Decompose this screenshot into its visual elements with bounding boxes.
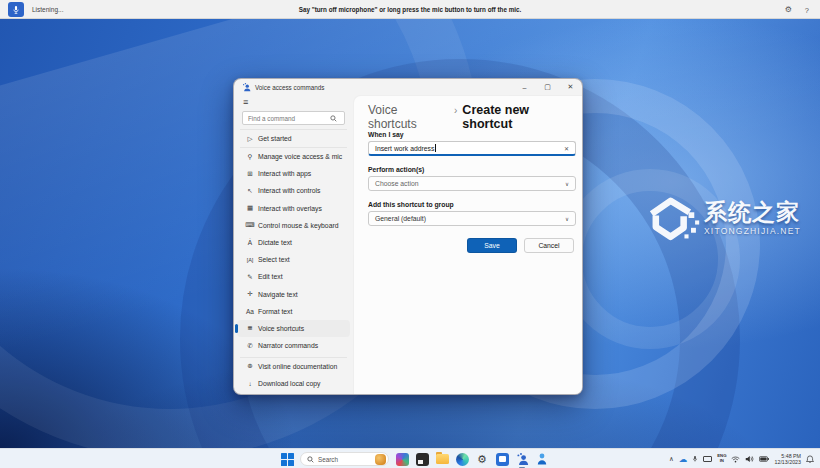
close-button[interactable]: ✕: [559, 79, 582, 95]
maximize-button[interactable]: ▢: [536, 79, 559, 95]
notification-bell-icon[interactable]: [806, 455, 814, 464]
edit-pencil-icon: ✎: [242, 273, 258, 281]
language-indicator[interactable]: ENG IN: [717, 454, 726, 464]
window-titlebar[interactable]: Voice access commands – ▢ ✕: [234, 79, 582, 95]
watermark-title: 系统之家: [704, 200, 801, 224]
sidebar-item-interact-with-overlays[interactable]: ▦ Interact with overlays: [237, 200, 350, 217]
play-icon: ▷: [242, 135, 258, 143]
tray-date: 12/13/2023: [774, 459, 801, 465]
search-highlights-icon[interactable]: [375, 454, 386, 465]
when-i-say-input[interactable]: Insert work address ✕: [368, 141, 576, 156]
narrator-icon: ✆: [242, 342, 258, 350]
content-panel: Voice shortcuts › Create new shortcut Wh…: [353, 95, 582, 395]
app-icon-dark-app[interactable]: [415, 452, 429, 466]
minimize-button[interactable]: –: [513, 79, 536, 95]
overlay-grid-icon: ▦: [242, 204, 258, 212]
keyboard-icon: ⌨: [242, 221, 258, 229]
edge-browser-icon[interactable]: [455, 452, 469, 466]
download-icon: ↓: [242, 380, 258, 387]
volume-icon[interactable]: [745, 455, 754, 463]
shortcuts-icon: ≣: [242, 324, 258, 332]
clear-input-icon[interactable]: ✕: [564, 145, 569, 152]
wifi-icon[interactable]: [731, 456, 740, 463]
apps-grid-icon: ⊞: [242, 170, 258, 178]
window-controls: – ▢ ✕: [513, 79, 582, 95]
watermark: 系统之家 XITONGZHIJIA.NET: [646, 192, 818, 244]
taskbar-search[interactable]: Search: [300, 452, 389, 466]
sidebar-item-format-text[interactable]: Aa Format text: [237, 303, 350, 320]
start-button[interactable]: [281, 453, 294, 466]
app-icon-photos[interactable]: [395, 452, 409, 466]
form-buttons: Save Cancel: [467, 238, 574, 253]
choose-action-dropdown[interactable]: Choose action ∨: [368, 176, 576, 191]
sidebar-item-download-local-copy[interactable]: ↓ Download local copy: [237, 375, 350, 392]
when-i-say-label: When I say: [368, 131, 404, 138]
search-icon: [330, 115, 337, 122]
sidebar-item-dictate-text[interactable]: Ȧ Dictate text: [237, 234, 350, 251]
sidebar-item-manage-voice-access[interactable]: ⚲ Manage voice access & mic: [237, 148, 350, 165]
voice-hint-text: Say "turn off microphone" or long press …: [299, 6, 522, 13]
selection-indicator: [235, 324, 238, 333]
system-tray: ∧ ☁ ENG IN 5:48 PM 12/13/2023: [669, 449, 814, 468]
sidebar-item-interact-with-apps[interactable]: ⊞ Interact with apps: [237, 165, 350, 182]
clock[interactable]: 5:48 PM 12/13/2023: [774, 453, 801, 465]
breadcrumb-voice-shortcuts[interactable]: Voice shortcuts: [368, 103, 449, 131]
sidebar-item-visit-documentation[interactable]: ⊕ Visit online documentation: [237, 358, 350, 375]
tray-mic-icon[interactable]: [692, 455, 698, 463]
sidebar-item-narrator-commands[interactable]: ✆ Narrator commands: [237, 337, 350, 354]
navigate-cross-icon: ✛: [242, 290, 258, 298]
window-body: ≡ ▷ Get started ⚲ Manag: [234, 95, 582, 395]
onedrive-cloud-icon[interactable]: ☁: [679, 454, 688, 464]
save-button[interactable]: Save: [467, 238, 517, 253]
app-icon-store[interactable]: [495, 452, 509, 466]
group-value: General (default): [375, 215, 426, 222]
group-label: Add this shortcut to group: [368, 201, 454, 208]
breadcrumb-separator: ›: [454, 105, 457, 116]
taskbar-center: Search ⚙: [281, 449, 549, 468]
select-text-icon: [A]: [242, 257, 258, 263]
text-caret: [435, 144, 436, 152]
mic-icon: [12, 5, 20, 15]
voice-access-bar: Listening... Say "turn off microphone" o…: [0, 0, 820, 19]
sidebar-nav: ▷ Get started ⚲ Manage voice access & mi…: [234, 129, 353, 354]
microphone-button[interactable]: [8, 2, 24, 17]
tray-chevron-up-icon[interactable]: ∧: [669, 455, 674, 463]
voice-settings-button[interactable]: ⚙: [785, 5, 792, 14]
sidebar-item-control-mouse-keyboard[interactable]: ⌨ Control mouse & keyboard: [237, 217, 350, 234]
chevron-down-icon: ∨: [565, 216, 569, 222]
cursor-icon: ↖: [242, 187, 258, 195]
file-explorer-icon[interactable]: [435, 452, 449, 466]
commands-sidebar: ≡ ▷ Get started ⚲ Manag: [234, 95, 353, 395]
voice-access-app-icon: [242, 83, 251, 92]
when-i-say-value: Insert work address: [375, 145, 434, 152]
watermark-text: 系统之家 XITONGZHIJIA.NET: [704, 200, 801, 236]
voice-help-button[interactable]: ?: [805, 6, 809, 15]
hamburger-menu-icon[interactable]: ≡: [243, 98, 248, 107]
sidebar-item-interact-with-controls[interactable]: ↖ Interact with controls: [237, 182, 350, 199]
settings-gear-icon[interactable]: ⚙: [475, 452, 489, 466]
touch-keyboard-icon[interactable]: [703, 456, 712, 462]
sidebar-item-select-text[interactable]: [A] Select text: [237, 251, 350, 268]
battery-icon[interactable]: [759, 456, 769, 462]
chevron-down-icon: ∨: [565, 181, 569, 187]
tray-time: 5:48 PM: [781, 453, 801, 459]
app-icon-people[interactable]: [535, 452, 549, 466]
search-label: Search: [318, 456, 375, 463]
breadcrumb: Voice shortcuts › Create new shortcut: [368, 103, 582, 131]
mic-icon: ⚲: [242, 153, 258, 161]
sidebar-item-voice-shortcuts[interactable]: ≣ Voice shortcuts: [237, 320, 350, 337]
sidebar-item-edit-text[interactable]: ✎ Edit text: [237, 268, 350, 285]
watermark-house-logo: [646, 192, 700, 244]
find-command-searchbox[interactable]: [242, 111, 345, 125]
sidebar-item-navigate-text[interactable]: ✛ Navigate text: [237, 286, 350, 303]
page-title: Create new shortcut: [462, 103, 582, 131]
search-icon: [307, 456, 314, 463]
window-title: Voice access commands: [255, 84, 324, 91]
voice-access-taskbar-icon[interactable]: [515, 452, 529, 466]
dictate-icon: Ȧ: [242, 239, 258, 246]
group-dropdown[interactable]: General (default) ∨: [368, 211, 576, 226]
watermark-subtitle: XITONGZHIJIA.NET: [704, 226, 801, 236]
sidebar-item-get-started[interactable]: ▷ Get started: [237, 130, 350, 147]
cancel-button[interactable]: Cancel: [524, 238, 574, 253]
search-input[interactable]: [243, 115, 329, 122]
